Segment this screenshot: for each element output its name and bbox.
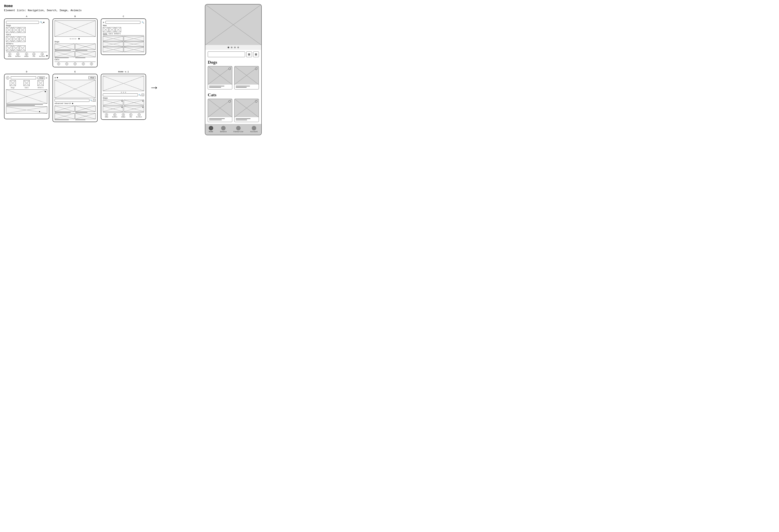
dog-card-2-line-1 [236,86,250,86]
mockup-nav-donate[interactable]: Donate [220,126,227,133]
e-card-3 [55,113,75,120]
e-hero-img [55,80,96,98]
v1-nav-donate: Donate [112,113,117,118]
sketch-home-v1: Home v.1 🔍 × Dogs [101,71,146,122]
sketch-d: D Adopt ≡ Dogs Cats [4,71,49,122]
e-menu-icon: ≡ [55,76,56,79]
e-heart-icon: ♥ [57,76,58,79]
d-others-img [38,80,44,86]
nav-fav-label: Fav [33,56,35,57]
sketch-a-nav: Home Donate Adopt Fav [6,52,47,57]
mockup-nav-account[interactable]: Account [250,126,258,133]
sketch-b: B ★ Dogs [53,15,98,67]
sketch-b-card-3 [55,51,75,58]
star-icon: ★ [78,37,80,40]
b-donate-icon [65,62,68,65]
mockup-nav-home[interactable]: Home [209,126,213,133]
sketch-a-dog-img-2 [13,27,19,33]
c-card-1 [103,36,123,41]
e-clear-btn[interactable]: × [93,99,96,102]
c-card-4 [124,42,144,47]
dog-card-2-line-2 [236,87,247,87]
c-new-img-2 [109,27,115,32]
d-adopt-btn[interactable]: Adopt [38,76,45,79]
mockup-dog-card-2[interactable] [234,66,259,89]
sketch-a-nav-account: Account [39,53,45,57]
dog-card-1-dot [228,68,231,70]
v1-nav-account: Account [136,113,142,118]
mockup-search-row: ⊠ ⊠ [205,50,261,59]
d-cats-img [23,80,29,86]
sketch-d-frame: Adopt ≡ Dogs Cats Others [4,74,49,119]
v1-fav-label: Fav [129,116,132,118]
dot-4 [75,38,76,39]
d-bottom-img [6,107,47,114]
e-adopt-btn[interactable]: Adopt [88,76,96,79]
v1-card-img-3 [103,106,123,112]
c-card-5 [103,47,123,52]
v1-adopt-label: Adopt [121,116,125,118]
mockup-nav-favourite[interactable]: Favourite [234,126,243,133]
tab-cats[interactable]: Cats [109,33,113,35]
tab-dogs[interactable]: Dogs [103,33,107,35]
b-fav-icon [82,62,85,65]
mockup-nav-favourite-label: Favourite [234,131,243,133]
e-card-img-1 [55,106,75,112]
sketch-a-nav-donate: Donate [15,53,20,57]
dot-1 [70,38,71,39]
mockup-hero-image [205,4,261,45]
sketches-top-row: A 🔍★ Dogs Cats [4,15,146,67]
donate-icon [16,53,19,56]
sketch-b-dogs-label: Dogs [55,41,96,43]
b-card-img-4 [75,51,96,57]
cat-card-1-line-2 [209,120,222,120]
nav-home-label: Home [8,56,11,57]
sketch-a-cat-img-2 [13,36,19,42]
sketch-a-nav-home: Home [8,53,11,57]
sketch-b-hero [55,20,96,37]
dot-2 [72,38,73,39]
b-card-img-1 [55,44,75,50]
d-dogs-img [10,80,16,86]
d-cat-dogs: Dogs [10,80,16,88]
dog-card-2-img-container [235,66,259,84]
cat-card-1-line-1 [209,118,225,119]
sketch-c-new-label: New [103,24,144,27]
sketch-a-nav-fav: Fav [33,53,35,57]
mockup-dogs-cards [205,66,261,91]
d-others-label: Others [38,87,44,88]
mockup-search-icon[interactable]: ⊠ [246,52,252,57]
v1-account-icon [138,113,140,116]
heart-icon: ♥ [45,90,46,93]
fav-icon [33,53,35,56]
star-badge: ★ [46,54,48,57]
dot-3 [73,38,74,39]
account-icon [41,53,44,56]
e-star-icon: ★ [72,102,74,105]
mockup-cat-card-1[interactable] [208,99,232,122]
sketch-home-v1-label: Home v.1 [101,71,146,73]
tab-others[interactable]: Others [114,33,121,35]
sketch-c: C ≡ 🔍 New Dogs Cats [101,15,146,67]
v1-dot-1 [121,92,122,93]
v1-clear-btn[interactable]: × [141,94,144,96]
nav-donate-label: Donate [15,56,20,57]
mockup-dot-2 [231,47,233,48]
dog-card-2-dot [255,68,257,70]
e-card-img-3 [55,113,75,119]
mockup-nav-home-icon [209,126,213,130]
mockup-search-input[interactable] [208,52,245,57]
d-hero-img [6,89,47,104]
dog-card-1-line-2 [209,87,221,87]
mockup-bottom-nav: Home Donate Favourite Account [205,124,261,135]
heart-4: ♥ [142,107,143,109]
e-card-1 [55,106,75,113]
mockup-nav-account-label: Account [250,131,258,133]
mockup-filter-icon[interactable]: ⊠ [253,52,259,57]
sketch-b-card-1 [55,44,75,51]
mockup-dog-card-1[interactable] [208,66,232,89]
right-arrow: → [149,82,159,93]
mockup-cat-card-2[interactable] [234,99,259,122]
b-home-icon [57,62,60,65]
v1-nav-adopt: Adopt [121,113,125,118]
